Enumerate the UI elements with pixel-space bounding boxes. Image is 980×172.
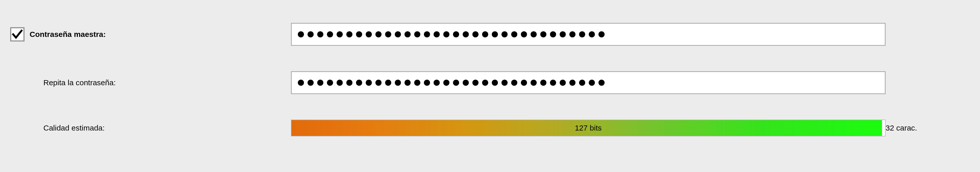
password-strength-bits: 127 bits <box>291 120 885 136</box>
password-char-count: 32 carac. <box>886 124 970 132</box>
password-mask <box>298 31 605 38</box>
quality-label-cell: Calidad estimada: <box>10 124 291 132</box>
password-mask <box>298 80 605 86</box>
master-password-label: Contraseña maestra: <box>30 30 106 39</box>
check-icon <box>12 29 23 40</box>
master-password-label-cell: Contraseña maestra: <box>10 27 291 41</box>
repeat-password-label: Repita la contraseña: <box>43 78 116 87</box>
master-password-checkbox[interactable] <box>10 27 24 41</box>
quality-label: Calidad estimada: <box>43 124 105 132</box>
repeat-password-label-cell: Repita la contraseña: <box>10 78 291 87</box>
password-form: Contraseña maestra: Repita la contraseña… <box>0 0 980 136</box>
password-strength-meter: 127 bits <box>291 120 886 136</box>
master-password-input[interactable] <box>291 23 886 46</box>
repeat-password-input[interactable] <box>291 71 886 94</box>
